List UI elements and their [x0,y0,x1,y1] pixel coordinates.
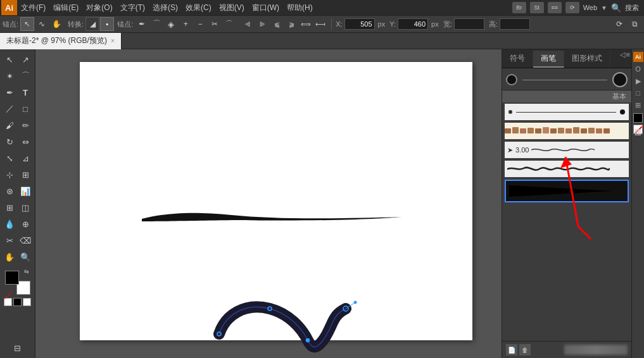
brush-dot-large[interactable] [612,72,628,87]
symbols-tab[interactable]: 符号 [502,51,533,68]
menu-select[interactable]: 选择(S) [149,1,182,15]
scale-tool[interactable]: ⤡ [2,151,17,166]
panel-menu-btn[interactable]: ≡ [626,51,630,59]
tool-row-7: ⤡ ⊿ [2,151,33,166]
black-color-btn[interactable] [13,298,22,306]
anchor-dot-btn[interactable]: • [100,17,114,31]
anchor-point-btn[interactable]: ◈ [164,17,178,31]
scissors-btn[interactable]: ✂ [208,17,222,31]
brush-item-1[interactable] [502,102,631,121]
brush-item-5[interactable] [502,178,631,204]
blend-tool[interactable]: ⊕ [18,216,33,231]
menu-file[interactable]: 文件(F) [17,1,49,15]
workspace-label[interactable]: Web [583,4,597,11]
align-panel-btn[interactable]: ⊞ [633,100,643,110]
shear-tool[interactable]: ⊿ [18,151,33,166]
convert-tool-btn[interactable]: ↖ [20,17,34,31]
brush-item-3[interactable]: ➤ 3.00 [502,140,631,159]
arrange-btn[interactable]: ⧉ [628,17,641,31]
canvas[interactable] [80,62,472,340]
document-tab[interactable]: 未标题-2* @ 97% (RGB/预览) × [0,33,122,49]
magic-wand-tool[interactable]: ✶ [2,68,17,83]
zoom-tool[interactable]: 🔍 [18,249,33,264]
expand-right-btn[interactable]: ▶ [633,76,643,86]
graphic-styles-tab[interactable]: 图形样式 [564,51,610,68]
smooth-tool-btn[interactable]: ∿ [35,17,49,31]
black-swatch[interactable] [633,113,643,123]
panel-collapse-btn[interactable]: ◁ [620,51,625,59]
bridge-icon[interactable]: Br [512,2,526,13]
hand-tool[interactable]: ✋ [2,249,17,264]
line-tool[interactable]: ／ [2,101,17,116]
type-tool[interactable]: T [18,85,33,100]
brush-dot-small[interactable] [506,74,517,85]
mesh-tool[interactable]: ⊞ [2,200,17,215]
delete-brush-icon[interactable]: 🗑 [519,344,531,355]
convert-anchor-btn[interactable]: ⌒ [222,17,236,31]
pen-tool-btn[interactable]: ✒ [135,17,149,31]
panel-tabs: 符号 画笔 图形样式 [502,49,631,68]
width-tool[interactable]: ⊹ [2,167,17,182]
corner-anchor-btn[interactable]: ◢ [85,17,99,31]
align-top-btn[interactable]: ⫹ [270,17,284,31]
menu-effect[interactable]: 效果(C) [182,1,215,15]
menu-help[interactable]: 帮助(H) [283,1,317,15]
distribute-v-btn[interactable]: ⟻ [313,17,327,31]
col-graph-tool[interactable]: 📊 [18,183,33,199]
hand-tool-btn[interactable]: ✋ [49,17,63,31]
ai-small-logo[interactable]: Ai [633,52,643,62]
menu-object[interactable]: 对象(O) [82,1,116,15]
svg-rect-9 [527,128,534,133]
mirror-tool[interactable]: ⇔ [18,134,33,149]
shape-btn[interactable]: □ [633,88,643,98]
align-vert-btn[interactable]: ⫺ [284,17,298,31]
pencil-tool[interactable]: ✏ [18,118,33,133]
scissors-tool[interactable]: ✂ [2,233,17,248]
align-h-btn[interactable]: ⫸ [255,17,269,31]
brush-item-2[interactable] [502,121,631,140]
swap-colors-icon[interactable]: ⇆ [24,268,32,276]
free-transform-tool[interactable]: ⊞ [18,167,33,182]
paintbrush-tool[interactable]: 🖌 [2,118,17,133]
brushes-tab[interactable]: 画笔 [533,51,564,68]
sync-icon[interactable]: ⟳ [565,2,579,13]
y-input[interactable] [398,18,428,30]
lasso-tool[interactable]: ⌒ [18,68,33,83]
tab-close-btn[interactable]: × [111,37,115,44]
canvas-icon[interactable]: O [633,64,643,74]
distribute-h-btn[interactable]: ⟺ [299,17,313,31]
rotate-tool[interactable]: ↻ [2,134,17,149]
transform-again-btn[interactable]: ⟳ [612,17,626,31]
width-input[interactable] [454,18,484,30]
brush-item-4[interactable] [502,159,631,178]
gradient-tool[interactable]: ◫ [18,200,33,215]
eyedropper-tool[interactable]: 💧 [2,216,17,231]
workspace-arrow[interactable]: ▼ [601,4,607,11]
new-brush-icon[interactable]: 📄 [506,344,517,355]
white-color-btn[interactable] [23,298,31,306]
menu-view[interactable]: 视图(V) [215,1,248,15]
rect-tool[interactable]: □ [18,101,33,116]
pen-tool[interactable]: ✒ [2,85,17,100]
search-icon[interactable]: 🔍 [611,3,621,13]
change-screen-mode-btn[interactable]: ⊟ [10,340,25,355]
add-anchor-btn[interactable]: + [179,17,193,31]
menu-text[interactable]: 文字(T) [117,1,149,15]
curvature-tool-btn[interactable]: ⌒ [149,17,163,31]
grid-icon[interactable]: ≡≡ [548,2,562,13]
stock-icon[interactable]: St [530,2,544,13]
none-color-btn[interactable] [4,298,12,306]
remove-anchor-btn[interactable]: − [193,17,207,31]
height-input[interactable] [500,18,530,30]
menu-edit[interactable]: 编辑(E) [49,1,82,15]
white-red-swatch[interactable] [633,125,643,134]
selection-tool[interactable]: ↖ [2,52,17,67]
x-input[interactable] [344,18,375,30]
eraser-tool[interactable]: ⌫ [18,233,33,248]
brush-preview-3: ➤ 3.00 [505,142,629,158]
menu-window[interactable]: 窗口(W) [248,1,283,15]
direct-select-tool[interactable]: ↗ [18,52,33,67]
symbol-sprayer-tool[interactable]: ⊛ [2,183,17,199]
fill-color-box[interactable] [5,271,19,285]
align-left-btn[interactable]: ⫷ [241,17,255,31]
